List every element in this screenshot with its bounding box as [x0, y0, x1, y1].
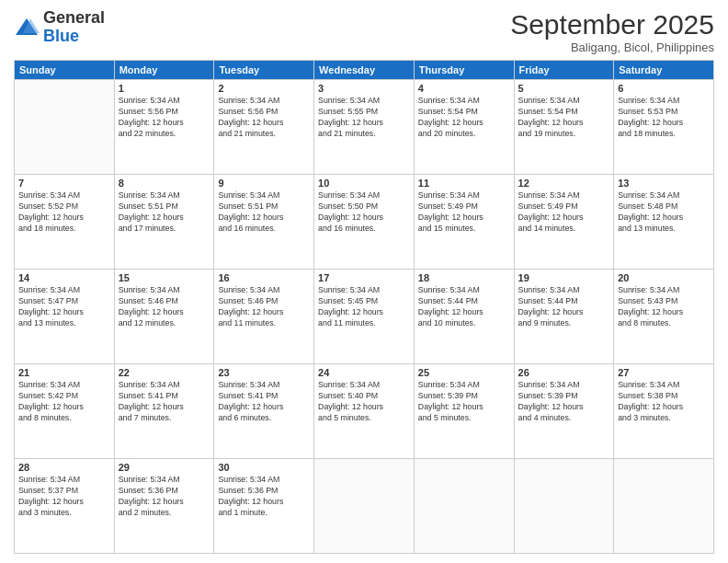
calendar-cell: 4Sunrise: 5:34 AM Sunset: 5:54 PM Daylig… — [414, 80, 514, 175]
calendar-week-row: 21Sunrise: 5:34 AM Sunset: 5:42 PM Dayli… — [15, 364, 714, 459]
day-number: 3 — [318, 83, 410, 94]
calendar-cell: 16Sunrise: 5:34 AM Sunset: 5:46 PM Dayli… — [214, 270, 314, 364]
calendar-cell: 3Sunrise: 5:34 AM Sunset: 5:55 PM Daylig… — [314, 80, 415, 175]
calendar-cell: 20Sunrise: 5:34 AM Sunset: 5:43 PM Dayli… — [614, 270, 714, 364]
day-of-week-header: Tuesday — [214, 61, 314, 80]
day-number: 27 — [618, 367, 710, 378]
day-number: 2 — [218, 83, 310, 94]
calendar-cell: 27Sunrise: 5:34 AM Sunset: 5:38 PM Dayli… — [614, 364, 714, 459]
calendar-cell: 30Sunrise: 5:34 AM Sunset: 5:36 PM Dayli… — [214, 459, 314, 554]
day-number: 10 — [318, 178, 410, 189]
cell-info: Sunrise: 5:34 AM Sunset: 5:39 PM Dayligh… — [418, 380, 510, 424]
day-number: 26 — [518, 367, 610, 378]
day-number: 18 — [418, 272, 510, 283]
calendar-header-row: SundayMondayTuesdayWednesdayThursdayFrid… — [15, 61, 714, 80]
cell-info: Sunrise: 5:34 AM Sunset: 5:55 PM Dayligh… — [318, 96, 410, 140]
calendar-week-row: 28Sunrise: 5:34 AM Sunset: 5:37 PM Dayli… — [15, 459, 714, 554]
cell-info: Sunrise: 5:34 AM Sunset: 5:39 PM Dayligh… — [518, 380, 610, 424]
cell-info: Sunrise: 5:34 AM Sunset: 5:49 PM Dayligh… — [418, 190, 510, 235]
logo-text: General Blue — [43, 9, 105, 46]
day-of-week-header: Thursday — [414, 61, 514, 80]
calendar-cell: 25Sunrise: 5:34 AM Sunset: 5:39 PM Dayli… — [414, 364, 514, 459]
day-number: 24 — [318, 367, 410, 378]
cell-info: Sunrise: 5:34 AM Sunset: 5:44 PM Dayligh… — [418, 285, 510, 329]
day-number: 6 — [618, 83, 710, 94]
month-title: September 2025 — [510, 9, 714, 40]
calendar-cell: 23Sunrise: 5:34 AM Sunset: 5:41 PM Dayli… — [214, 364, 314, 459]
header: General Blue September 2025 Baligang, Bi… — [14, 9, 714, 54]
day-of-week-header: Friday — [514, 61, 614, 80]
cell-info: Sunrise: 5:34 AM Sunset: 5:53 PM Dayligh… — [618, 96, 710, 140]
calendar-cell: 5Sunrise: 5:34 AM Sunset: 5:54 PM Daylig… — [514, 80, 614, 175]
day-of-week-header: Saturday — [614, 61, 714, 80]
cell-info: Sunrise: 5:34 AM Sunset: 5:56 PM Dayligh… — [218, 96, 310, 140]
calendar-cell: 11Sunrise: 5:34 AM Sunset: 5:49 PM Dayli… — [414, 175, 514, 270]
day-number: 19 — [518, 272, 610, 283]
calendar-table: SundayMondayTuesdayWednesdayThursdayFrid… — [14, 60, 714, 554]
day-number: 5 — [518, 83, 610, 94]
calendar-cell: 2Sunrise: 5:34 AM Sunset: 5:56 PM Daylig… — [214, 80, 314, 175]
calendar-cell: 28Sunrise: 5:34 AM Sunset: 5:37 PM Dayli… — [15, 459, 115, 554]
logo: General Blue — [14, 9, 105, 46]
calendar-cell — [614, 459, 714, 554]
calendar-cell: 19Sunrise: 5:34 AM Sunset: 5:44 PM Dayli… — [514, 270, 614, 364]
logo-icon — [14, 17, 40, 39]
cell-info: Sunrise: 5:34 AM Sunset: 5:51 PM Dayligh… — [119, 190, 210, 235]
cell-info: Sunrise: 5:34 AM Sunset: 5:45 PM Dayligh… — [318, 285, 410, 329]
calendar-cell: 7Sunrise: 5:34 AM Sunset: 5:52 PM Daylig… — [15, 175, 115, 270]
calendar-cell: 9Sunrise: 5:34 AM Sunset: 5:51 PM Daylig… — [214, 175, 314, 270]
cell-info: Sunrise: 5:34 AM Sunset: 5:47 PM Dayligh… — [18, 285, 110, 329]
day-number: 8 — [119, 178, 210, 189]
day-number: 16 — [218, 272, 310, 283]
calendar-cell: 14Sunrise: 5:34 AM Sunset: 5:47 PM Dayli… — [15, 270, 115, 364]
calendar-cell: 1Sunrise: 5:34 AM Sunset: 5:56 PM Daylig… — [114, 80, 214, 175]
calendar-cell: 10Sunrise: 5:34 AM Sunset: 5:50 PM Dayli… — [314, 175, 415, 270]
cell-info: Sunrise: 5:34 AM Sunset: 5:46 PM Dayligh… — [218, 285, 310, 329]
calendar-cell — [414, 459, 514, 554]
day-of-week-header: Wednesday — [314, 61, 415, 80]
day-number: 29 — [119, 462, 210, 473]
cell-info: Sunrise: 5:34 AM Sunset: 5:37 PM Dayligh… — [18, 475, 110, 519]
day-number: 4 — [418, 83, 510, 94]
day-number: 22 — [119, 367, 210, 378]
calendar-cell: 12Sunrise: 5:34 AM Sunset: 5:49 PM Dayli… — [514, 175, 614, 270]
cell-info: Sunrise: 5:34 AM Sunset: 5:52 PM Dayligh… — [18, 190, 110, 235]
calendar-cell: 18Sunrise: 5:34 AM Sunset: 5:44 PM Dayli… — [414, 270, 514, 364]
cell-info: Sunrise: 5:34 AM Sunset: 5:36 PM Dayligh… — [218, 475, 310, 519]
day-of-week-header: Monday — [114, 61, 214, 80]
day-number: 9 — [218, 178, 310, 189]
calendar-week-row: 7Sunrise: 5:34 AM Sunset: 5:52 PM Daylig… — [15, 175, 714, 270]
calendar-week-row: 14Sunrise: 5:34 AM Sunset: 5:47 PM Dayli… — [15, 270, 714, 364]
day-number: 25 — [418, 367, 510, 378]
cell-info: Sunrise: 5:34 AM Sunset: 5:54 PM Dayligh… — [518, 96, 610, 140]
day-number: 11 — [418, 178, 510, 189]
cell-info: Sunrise: 5:34 AM Sunset: 5:49 PM Dayligh… — [518, 190, 610, 235]
calendar-cell — [314, 459, 415, 554]
calendar-cell: 22Sunrise: 5:34 AM Sunset: 5:41 PM Dayli… — [114, 364, 214, 459]
calendar-cell: 17Sunrise: 5:34 AM Sunset: 5:45 PM Dayli… — [314, 270, 415, 364]
calendar-cell: 6Sunrise: 5:34 AM Sunset: 5:53 PM Daylig… — [614, 80, 714, 175]
day-number: 1 — [119, 83, 210, 94]
day-number: 13 — [618, 178, 710, 189]
day-number: 15 — [119, 272, 210, 283]
calendar-cell: 26Sunrise: 5:34 AM Sunset: 5:39 PM Dayli… — [514, 364, 614, 459]
cell-info: Sunrise: 5:34 AM Sunset: 5:41 PM Dayligh… — [218, 380, 310, 424]
cell-info: Sunrise: 5:34 AM Sunset: 5:43 PM Dayligh… — [618, 285, 710, 329]
cell-info: Sunrise: 5:34 AM Sunset: 5:50 PM Dayligh… — [318, 190, 410, 235]
calendar-cell: 15Sunrise: 5:34 AM Sunset: 5:46 PM Dayli… — [114, 270, 214, 364]
cell-info: Sunrise: 5:34 AM Sunset: 5:40 PM Dayligh… — [318, 380, 410, 424]
calendar-cell: 29Sunrise: 5:34 AM Sunset: 5:36 PM Dayli… — [114, 459, 214, 554]
day-number: 28 — [18, 462, 110, 473]
day-number: 14 — [18, 272, 110, 283]
day-number: 12 — [518, 178, 610, 189]
calendar-cell — [514, 459, 614, 554]
calendar-week-row: 1Sunrise: 5:34 AM Sunset: 5:56 PM Daylig… — [15, 80, 714, 175]
cell-info: Sunrise: 5:34 AM Sunset: 5:54 PM Dayligh… — [418, 96, 510, 140]
title-block: September 2025 Baligang, Bicol, Philippi… — [510, 9, 714, 54]
calendar-cell: 24Sunrise: 5:34 AM Sunset: 5:40 PM Dayli… — [314, 364, 415, 459]
calendar-cell — [15, 80, 115, 175]
cell-info: Sunrise: 5:34 AM Sunset: 5:41 PM Dayligh… — [119, 380, 210, 424]
cell-info: Sunrise: 5:34 AM Sunset: 5:36 PM Dayligh… — [119, 475, 210, 519]
calendar-cell: 8Sunrise: 5:34 AM Sunset: 5:51 PM Daylig… — [114, 175, 214, 270]
location: Baligang, Bicol, Philippines — [510, 40, 714, 54]
